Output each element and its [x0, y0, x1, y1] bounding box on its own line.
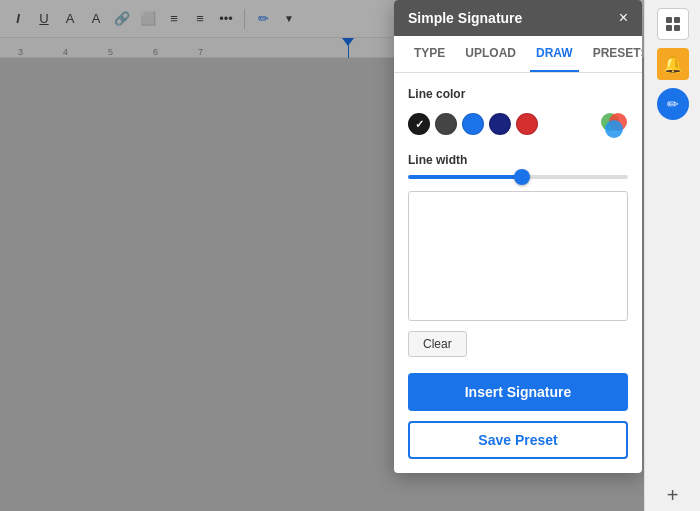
plus-icon[interactable]: +: [657, 479, 689, 511]
svg-rect-3: [666, 17, 672, 23]
svg-rect-5: [666, 25, 672, 31]
tab-draw[interactable]: DRAW: [530, 36, 579, 72]
color-swatch-dark-gray[interactable]: [435, 113, 457, 135]
color-swatch-dark-blue[interactable]: [489, 113, 511, 135]
edit-icon[interactable]: ✏: [657, 88, 689, 120]
dialog-title: Simple Signature: [408, 10, 522, 26]
line-width-slider[interactable]: [408, 175, 628, 179]
close-button[interactable]: ×: [619, 10, 628, 26]
tab-type[interactable]: TYPE: [408, 36, 451, 72]
color-row: [408, 109, 628, 139]
dialog-header: Simple Signature ×: [394, 0, 642, 36]
color-picker-icon[interactable]: [598, 109, 628, 139]
line-width-section: Line width: [408, 153, 628, 179]
modal-overlay: Simple Signature × TYPE UPLOAD DRAW PRES…: [0, 0, 700, 511]
notification-icon[interactable]: 🔔: [657, 48, 689, 80]
tab-bar: TYPE UPLOAD DRAW PRESETS: [394, 36, 642, 73]
color-swatches: [408, 113, 538, 135]
svg-rect-6: [674, 25, 680, 31]
right-sidebar: 🔔 ✏ +: [644, 0, 700, 511]
tab-upload[interactable]: UPLOAD: [459, 36, 522, 72]
slider-thumb[interactable]: [514, 169, 530, 185]
color-swatch-blue[interactable]: [462, 113, 484, 135]
line-width-label: Line width: [408, 153, 628, 167]
dialog-body: Line color: [394, 73, 642, 473]
extensions-icon[interactable]: [657, 8, 689, 40]
draw-canvas[interactable]: [408, 191, 628, 321]
line-color-label: Line color: [408, 87, 628, 101]
dialog: Simple Signature × TYPE UPLOAD DRAW PRES…: [394, 0, 642, 473]
tab-presets[interactable]: PRESETS: [587, 36, 642, 72]
clear-button[interactable]: Clear: [408, 331, 467, 357]
insert-signature-button[interactable]: Insert Signature: [408, 373, 628, 411]
svg-point-2: [605, 120, 623, 138]
color-swatch-black[interactable]: [408, 113, 430, 135]
save-preset-button[interactable]: Save Preset: [408, 421, 628, 459]
color-swatch-red[interactable]: [516, 113, 538, 135]
svg-rect-4: [674, 17, 680, 23]
